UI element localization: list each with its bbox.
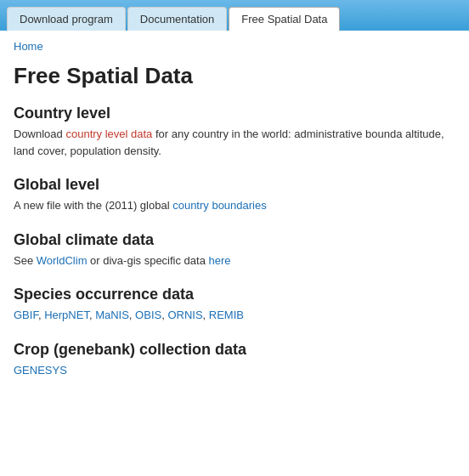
section-global-climate: Global climate data See WorldClim or div… [14,231,455,269]
link-country-boundaries[interactable]: country boundaries [172,199,267,212]
section-title-global-climate: Global climate data [14,231,455,249]
section-body-species-occurrence: GBIF, HerpNET, MaNIS, OBIS, ORNIS, REMIB [14,307,455,324]
section-title-global-level: Global level [14,176,455,194]
section-global-level: Global level A new file with the (2011) … [14,176,455,214]
main-content: Home Free Spatial Data Country level Dow… [0,31,469,409]
link-gbif[interactable]: GBIF [14,309,38,321]
link-genesys[interactable]: GENESYS [14,364,67,377]
section-title-crop-genebank: Crop (genebank) collection data [14,341,455,359]
link-country-level-data[interactable]: country level data [65,128,152,140]
section-body-crop-genebank: GENESYS [14,362,455,379]
link-herpnet[interactable]: HerpNET [44,309,89,321]
link-here-climate[interactable]: here [209,254,231,267]
link-remib[interactable]: REMIB [209,309,244,321]
link-ornis[interactable]: ORNIS [167,309,202,321]
link-worldclim[interactable]: WorldClim [37,254,88,267]
breadcrumb: Home [14,39,455,53]
tab-free-spatial-data[interactable]: Free Spatial Data [229,7,340,31]
section-country-level: Country level Download country level dat… [14,105,455,159]
link-obis[interactable]: OBIS [135,309,161,321]
tab-documentation[interactable]: Documentation [127,7,227,31]
breadcrumb-home-link[interactable]: Home [14,40,43,53]
section-species-occurrence: Species occurrence data GBIF, HerpNET, M… [14,286,455,324]
section-title-country-level: Country level [14,105,455,122]
section-body-country-level: Download country level data for any coun… [14,126,455,159]
section-title-species-occurrence: Species occurrence data [14,286,455,303]
page-title: Free Spatial Data [14,63,455,89]
section-crop-genebank: Crop (genebank) collection data GENESYS [14,341,455,379]
tab-download-program[interactable]: Download program [7,7,126,31]
tab-bar: Download program Documentation Free Spat… [0,0,469,31]
section-body-global-level: A new file with the (2011) global countr… [14,197,455,214]
link-manis[interactable]: MaNIS [95,309,129,321]
section-body-global-climate: See WorldClim or diva-gis specific data … [14,252,455,269]
